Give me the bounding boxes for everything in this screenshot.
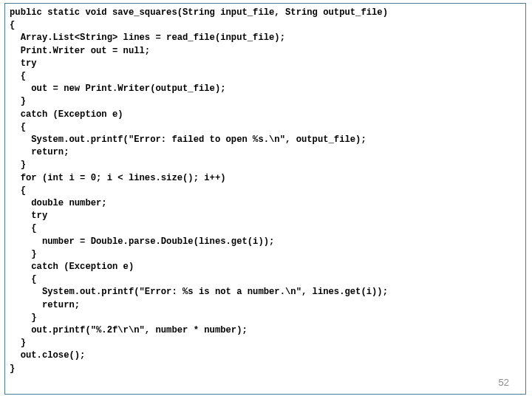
code-frame: public static void save_squares(String i… — [4, 3, 526, 395]
code-block: public static void save_squares(String i… — [10, 7, 521, 375]
page-number: 52 — [499, 377, 509, 388]
